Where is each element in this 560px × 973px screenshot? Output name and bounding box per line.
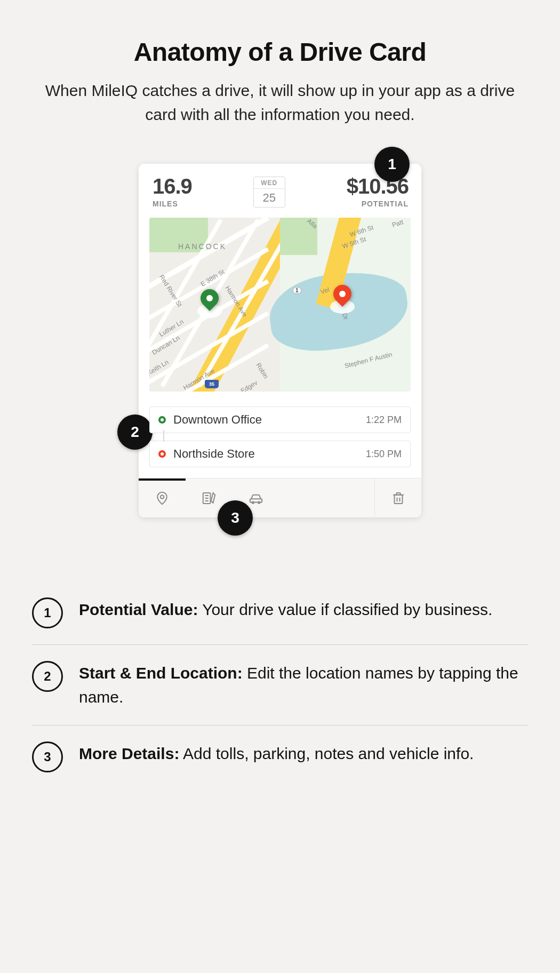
legend-desc-3: Add tolls, parking, notes and vehicle in… — [179, 745, 474, 762]
date-day: 25 — [254, 189, 285, 207]
legend-text-2: Start & End Location: Edit the location … — [79, 661, 528, 709]
page-subtitle: When MileIQ catches a drive, it will sho… — [32, 78, 528, 126]
legend-list: 1 Potential Value: Your drive value if c… — [32, 581, 528, 788]
start-location-name: Downtown Office — [173, 413, 262, 427]
date-dow: WED — [254, 177, 285, 189]
trash-icon — [390, 490, 406, 506]
location-connector-line — [163, 430, 164, 442]
drive-card-wrapper: 1 2 3 16.9 MILES WED 25 $10.56 POTENTIAL — [139, 164, 421, 517]
end-location-time: 1:50 PM — [366, 449, 402, 460]
legend-title-2: Start & End Location: — [79, 664, 243, 682]
page-title: Anatomy of a Drive Card — [32, 37, 528, 67]
map-street-edge: Edgev — [239, 379, 259, 392]
end-location-row[interactable]: Northside Store 1:50 PM — [149, 441, 411, 467]
map-street-saustin: Stephen F Austin — [344, 350, 393, 370]
car-icon — [248, 490, 264, 506]
locations-list: Downtown Office 1:22 PM Northside Store … — [139, 392, 421, 478]
end-location-name: Northside Store — [173, 447, 255, 461]
legend-item-1: 1 Potential Value: Your drive value if c… — [32, 581, 528, 645]
end-dot-icon — [158, 450, 166, 458]
legend-item-3: 3 More Details: Add tolls, parking, note… — [32, 725, 528, 788]
miles-block: 16.9 MILES — [153, 174, 192, 208]
map-start-panel: HANCOCK E 38th St Red River St Harmon Av… — [149, 218, 280, 392]
interstate-35-shield-icon: 35 — [205, 380, 219, 388]
svg-point-0 — [161, 495, 164, 499]
map-street-robin: Robin — [254, 362, 269, 380]
legend-title-3: More Details: — [79, 745, 179, 762]
legend-text-3: More Details: Add tolls, parking, notes … — [79, 741, 474, 765]
legend-number-3: 3 — [32, 741, 63, 772]
notes-tab-button[interactable] — [186, 478, 233, 517]
start-location-row[interactable]: Downtown Office 1:22 PM — [149, 406, 411, 433]
route-map[interactable]: HANCOCK E 38th St Red River St Harmon Av… — [149, 218, 411, 392]
miles-label: MILES — [153, 200, 192, 208]
legend-item-2: 2 Start & End Location: Edit the locatio… — [32, 645, 528, 725]
callout-badge-1: 1 — [374, 147, 410, 182]
legend-number-2: 2 — [32, 661, 63, 692]
potential-label: POTENTIAL — [347, 200, 409, 208]
legend-text-1: Potential Value: Your drive value if cla… — [79, 597, 492, 621]
legend-title-1: Potential Value: — [79, 601, 198, 618]
legend-number-1: 1 — [32, 597, 63, 628]
map-label-hancock: HANCOCK — [178, 242, 227, 251]
miles-value: 16.9 — [153, 174, 192, 198]
svg-rect-8 — [394, 495, 402, 503]
start-location-time: 1:22 PM — [366, 414, 402, 426]
start-dot-icon — [158, 416, 166, 424]
location-tab-button[interactable] — [139, 478, 186, 517]
map-end-panel: Atla W 6th St W 5th St Patt Vel Dr Steph… — [280, 218, 411, 392]
location-pin-icon — [154, 490, 170, 506]
delete-button[interactable] — [374, 478, 421, 517]
date-chip: WED 25 — [253, 177, 285, 208]
drive-card: 16.9 MILES WED 25 $10.56 POTENTIAL — [139, 164, 421, 517]
notes-icon — [201, 490, 217, 506]
svg-rect-5 — [250, 499, 262, 502]
vehicle-tab-button[interactable] — [233, 478, 279, 517]
drive-card-toolbar — [139, 478, 421, 517]
route-1-shield-icon: 1 — [293, 287, 301, 294]
legend-desc-1: Your drive value if classified by busine… — [198, 601, 492, 618]
